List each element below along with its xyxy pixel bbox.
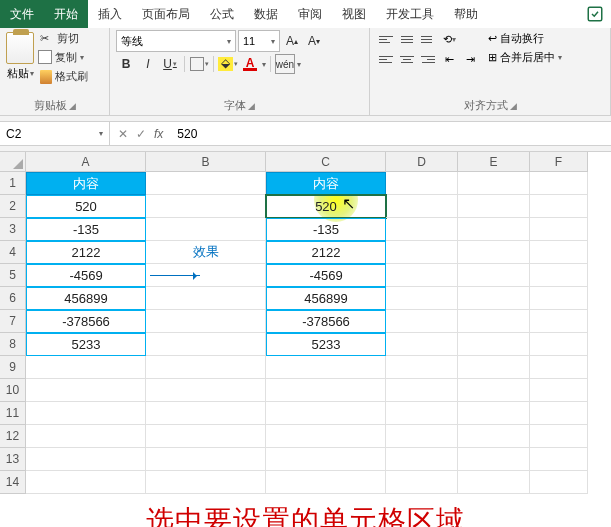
cell-B7[interactable]: [146, 310, 266, 333]
cell-D11[interactable]: [386, 402, 458, 425]
cut-button[interactable]: ✂剪切: [38, 30, 90, 47]
phonetic-button[interactable]: wén: [275, 54, 295, 74]
tab-insert[interactable]: 插入: [88, 0, 132, 28]
tab-developer[interactable]: 开发工具: [376, 0, 444, 28]
cancel-formula-button[interactable]: ✕: [118, 127, 128, 141]
cell-B10[interactable]: [146, 379, 266, 402]
tab-file[interactable]: 文件: [0, 0, 44, 28]
cell-A3[interactable]: -135: [26, 218, 146, 241]
cell-D14[interactable]: [386, 471, 458, 494]
cell-F13[interactable]: [530, 448, 588, 471]
cell-C7[interactable]: -378566: [266, 310, 386, 333]
cell-F14[interactable]: [530, 471, 588, 494]
tab-home[interactable]: 开始: [44, 0, 88, 28]
increase-font-button[interactable]: A▴: [282, 31, 302, 51]
cell-E4[interactable]: [458, 241, 530, 264]
cell-C12[interactable]: [266, 425, 386, 448]
cell-B8[interactable]: [146, 333, 266, 356]
column-header-A[interactable]: A: [26, 152, 146, 172]
format-painter-button[interactable]: 格式刷: [38, 68, 90, 85]
cell-A13[interactable]: [26, 448, 146, 471]
border-button[interactable]: ▾: [189, 54, 209, 74]
cell-F11[interactable]: [530, 402, 588, 425]
row-header-2[interactable]: 2: [0, 195, 26, 218]
row-header-6[interactable]: 6: [0, 287, 26, 310]
cell-D13[interactable]: [386, 448, 458, 471]
cell-A4[interactable]: 2122: [26, 241, 146, 264]
cell-E9[interactable]: [458, 356, 530, 379]
select-all-corner[interactable]: [0, 152, 26, 172]
cell-E6[interactable]: [458, 287, 530, 310]
cell-E13[interactable]: [458, 448, 530, 471]
cell-F2[interactable]: [530, 195, 588, 218]
cell-F10[interactable]: [530, 379, 588, 402]
cell-A11[interactable]: [26, 402, 146, 425]
tab-view[interactable]: 视图: [332, 0, 376, 28]
cell-E3[interactable]: [458, 218, 530, 241]
cell-D9[interactable]: [386, 356, 458, 379]
share-button[interactable]: [579, 0, 611, 28]
cell-F12[interactable]: [530, 425, 588, 448]
fill-color-button[interactable]: ⬙▾: [218, 54, 238, 74]
tab-data[interactable]: 数据: [244, 0, 288, 28]
tab-review[interactable]: 审阅: [288, 0, 332, 28]
cell-F6[interactable]: [530, 287, 588, 310]
cell-F9[interactable]: [530, 356, 588, 379]
cell-A7[interactable]: -378566: [26, 310, 146, 333]
enter-formula-button[interactable]: ✓: [136, 127, 146, 141]
cell-E8[interactable]: [458, 333, 530, 356]
font-color-button[interactable]: A: [240, 54, 260, 74]
align-top-button[interactable]: [376, 30, 396, 48]
cell-D4[interactable]: [386, 241, 458, 264]
cell-E2[interactable]: [458, 195, 530, 218]
cell-C13[interactable]: [266, 448, 386, 471]
decrease-indent-button[interactable]: ⇤: [439, 50, 459, 68]
cell-D6[interactable]: [386, 287, 458, 310]
column-header-E[interactable]: E: [458, 152, 530, 172]
cell-F8[interactable]: [530, 333, 588, 356]
font-launcher[interactable]: ◢: [248, 101, 255, 111]
cell-C2[interactable]: 520: [266, 195, 386, 218]
cell-F4[interactable]: [530, 241, 588, 264]
cell-F1[interactable]: [530, 172, 588, 195]
bold-button[interactable]: B: [116, 54, 136, 74]
cell-B12[interactable]: [146, 425, 266, 448]
orientation-button[interactable]: ⟲▾: [439, 30, 459, 48]
cell-B9[interactable]: [146, 356, 266, 379]
cell-B2[interactable]: [146, 195, 266, 218]
cell-C5[interactable]: -4569: [266, 264, 386, 287]
tab-help[interactable]: 帮助: [444, 0, 488, 28]
cell-B11[interactable]: [146, 402, 266, 425]
cell-D2[interactable]: [386, 195, 458, 218]
cell-A12[interactable]: [26, 425, 146, 448]
cell-E11[interactable]: [458, 402, 530, 425]
column-header-C[interactable]: C: [266, 152, 386, 172]
row-header-10[interactable]: 10: [0, 379, 26, 402]
cell-E1[interactable]: [458, 172, 530, 195]
cell-C8[interactable]: 5233: [266, 333, 386, 356]
cell-C3[interactable]: -135: [266, 218, 386, 241]
cell-C9[interactable]: [266, 356, 386, 379]
tab-page-layout[interactable]: 页面布局: [132, 0, 200, 28]
row-header-5[interactable]: 5: [0, 264, 26, 287]
underline-button[interactable]: U▾: [160, 54, 180, 74]
row-header-4[interactable]: 4: [0, 241, 26, 264]
cell-D1[interactable]: [386, 172, 458, 195]
column-header-F[interactable]: F: [530, 152, 588, 172]
cell-A1[interactable]: 内容: [26, 172, 146, 195]
cell-B1[interactable]: [146, 172, 266, 195]
cell-B13[interactable]: [146, 448, 266, 471]
font-size-combo[interactable]: 11▾: [238, 30, 280, 52]
clipboard-launcher[interactable]: ◢: [69, 101, 76, 111]
cell-E7[interactable]: [458, 310, 530, 333]
row-header-1[interactable]: 1: [0, 172, 26, 195]
cell-A14[interactable]: [26, 471, 146, 494]
cell-C4[interactable]: 2122: [266, 241, 386, 264]
cell-D8[interactable]: [386, 333, 458, 356]
cell-E12[interactable]: [458, 425, 530, 448]
cell-F5[interactable]: [530, 264, 588, 287]
name-box[interactable]: C2▾: [0, 122, 110, 145]
cell-C1[interactable]: 内容: [266, 172, 386, 195]
cell-A2[interactable]: 520: [26, 195, 146, 218]
cell-B5[interactable]: [146, 264, 266, 287]
